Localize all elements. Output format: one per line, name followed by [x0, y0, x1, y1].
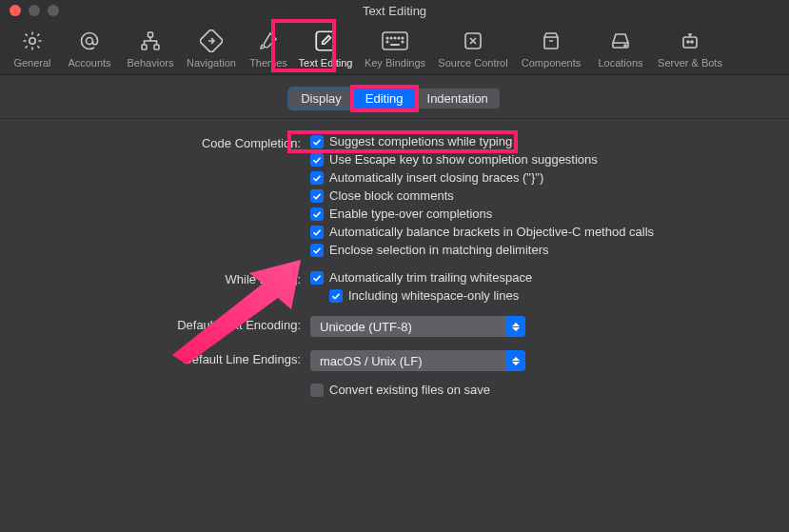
tab-components[interactable]: Components: [512, 25, 590, 69]
row-code-completion: Code Completion: Suggest completions whi…: [29, 134, 760, 257]
chevron-updown-icon: [506, 350, 525, 371]
svg-point-17: [624, 45, 626, 47]
checkbox-whitespace-only-lines[interactable]: Including whitespace-only lines: [329, 288, 760, 303]
svg-point-8: [386, 37, 388, 39]
dropdown-line-endings[interactable]: macOS / Unix (LF): [310, 350, 525, 371]
tab-label: Server & Bots: [658, 57, 722, 69]
window-title: Text Editing: [0, 4, 789, 18]
tab-label: Navigation: [187, 57, 236, 69]
svg-point-14: [402, 41, 404, 43]
tab-label: General: [13, 57, 50, 69]
tab-locations[interactable]: Locations: [590, 25, 651, 69]
subtab-display[interactable]: Display: [289, 89, 353, 108]
tab-text-editing[interactable]: Text Editing: [295, 25, 356, 69]
checkbox-icon: [310, 189, 324, 203]
checkbox-icon: [310, 384, 324, 397]
checkbox-label: Convert existing files on save: [329, 383, 490, 397]
checkbox-trim-whitespace[interactable]: Automatically trim trailing whitespace: [310, 270, 760, 285]
edit-icon: [313, 27, 338, 55]
svg-point-10: [394, 37, 396, 39]
checkbox-suggest-completions[interactable]: Suggest completions while typing: [310, 134, 760, 148]
svg-point-1: [87, 38, 93, 45]
label-while-editing: While Editing:: [29, 270, 310, 286]
svg-point-0: [30, 38, 35, 44]
dropdown-value: macOS / Unix (LF): [320, 354, 423, 368]
window-controls: [0, 5, 59, 16]
svg-rect-6: [316, 31, 335, 50]
checkbox-close-block-comments[interactable]: Close block comments: [310, 188, 760, 203]
tab-label: Accounts: [68, 57, 110, 69]
row-while-editing: While Editing: Automatically trim traili…: [29, 270, 760, 303]
bot-icon: [679, 27, 701, 55]
checkbox-balance-brackets[interactable]: Automatically balance brackets in Object…: [310, 225, 760, 239]
hierarchy-icon: [139, 27, 162, 55]
tab-label: Source Control: [438, 57, 507, 69]
svg-rect-15: [390, 44, 400, 46]
paintbrush-icon: [257, 27, 280, 55]
zoom-window-button[interactable]: [48, 5, 59, 16]
checkbox-escape-suggestions[interactable]: Use Escape key to show completion sugges…: [310, 152, 760, 167]
row-encoding: Default Text Encoding: Unicode (UTF-8): [29, 316, 760, 337]
tab-label: Text Editing: [299, 57, 353, 69]
disk-icon: [609, 27, 632, 55]
preferences-window: Text Editing General Accounts Behaviors: [0, 0, 789, 532]
checkbox-label: Enclose selection in matching delimiters: [329, 243, 549, 257]
checkbox-icon: [310, 207, 324, 221]
chevron-updown-icon: [506, 316, 525, 337]
dropdown-value: Unicode (UTF-8): [320, 320, 412, 334]
checkbox-icon: [310, 226, 324, 239]
close-window-button[interactable]: [10, 5, 21, 16]
checkbox-label: Automatically insert closing braces ("}"…: [329, 170, 543, 185]
checkbox-icon: [310, 244, 324, 257]
tab-general[interactable]: General: [6, 25, 59, 69]
tab-accounts[interactable]: Accounts: [59, 25, 120, 69]
tab-label: Behaviors: [128, 57, 174, 69]
dropdown-encoding[interactable]: Unicode (UTF-8): [310, 316, 525, 337]
tab-source-control[interactable]: Source Control: [434, 25, 512, 69]
tab-navigation[interactable]: Navigation: [181, 25, 242, 69]
checkbox-type-over[interactable]: Enable type-over completions: [310, 207, 760, 221]
svg-point-11: [398, 37, 400, 39]
subtab-indentation[interactable]: Indentation: [416, 89, 500, 108]
minimize-window-button[interactable]: [29, 5, 40, 16]
keyboard-icon: [382, 27, 408, 55]
label-line-endings: Default Line Endings:: [29, 350, 310, 366]
checkbox-icon: [310, 135, 324, 148]
form-area: Code Completion: Suggest completions whi…: [0, 119, 789, 532]
tab-key-bindings[interactable]: Key Bindings: [356, 25, 434, 69]
checkbox-enclose-selection[interactable]: Enclose selection in matching delimiters: [310, 243, 760, 257]
checkbox-convert-existing[interactable]: Convert existing files on save: [310, 383, 760, 397]
checkbox-icon: [310, 171, 324, 185]
checkbox-icon: [329, 289, 343, 303]
row-line-endings: Default Line Endings: macOS / Unix (LF) …: [29, 350, 760, 397]
checkbox-label: Use Escape key to show completion sugges…: [329, 152, 598, 167]
svg-point-13: [386, 41, 388, 43]
tab-label: Key Bindings: [365, 57, 425, 69]
checkbox-label: Automatically balance brackets in Object…: [329, 225, 654, 239]
checkbox-auto-closing-braces[interactable]: Automatically insert closing braces ("}"…: [310, 170, 760, 185]
tab-themes[interactable]: Themes: [242, 25, 295, 69]
subtab-editing[interactable]: Editing: [354, 89, 415, 108]
svg-rect-3: [142, 45, 147, 49]
svg-rect-4: [154, 45, 159, 49]
label-code-completion: Code Completion:: [29, 134, 310, 150]
checkbox-icon: [310, 271, 324, 285]
checkbox-icon: [310, 153, 324, 167]
checkbox-label: Close block comments: [329, 188, 454, 203]
titlebar: Text Editing: [0, 0, 789, 21]
checkbox-label: Enable type-over completions: [329, 207, 492, 221]
svg-point-9: [390, 37, 392, 39]
svg-point-20: [691, 41, 693, 43]
svg-rect-2: [148, 32, 153, 37]
svg-point-12: [402, 37, 404, 39]
package-icon: [540, 27, 562, 55]
tab-server-bots[interactable]: Server & Bots: [651, 25, 729, 69]
checkbox-label: Automatically trim trailing whitespace: [329, 270, 532, 285]
tab-behaviors[interactable]: Behaviors: [120, 25, 181, 69]
at-icon: [78, 27, 101, 55]
checkbox-label: Including whitespace-only lines: [348, 288, 519, 303]
gear-icon: [21, 27, 44, 55]
source-control-icon: [462, 27, 484, 55]
tab-label: Locations: [598, 57, 642, 69]
svg-point-19: [687, 41, 689, 43]
